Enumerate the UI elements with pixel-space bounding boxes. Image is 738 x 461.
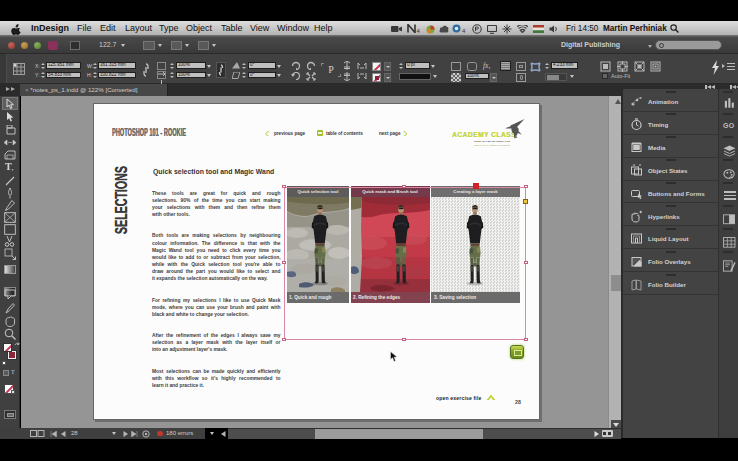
svg-text:4: 4 <box>417 28 421 34</box>
svg-text:4: 4 <box>462 28 466 34</box>
